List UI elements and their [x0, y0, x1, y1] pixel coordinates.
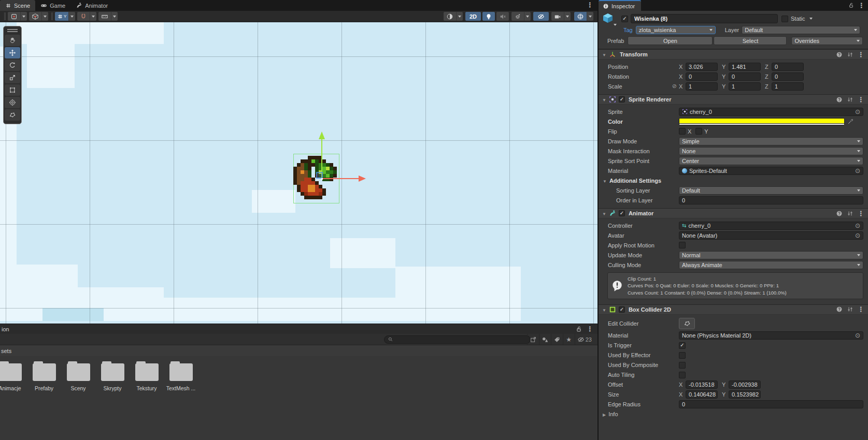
- sprite-sort-point-dropdown[interactable]: Center: [679, 157, 863, 165]
- box-collider-header[interactable]: Box Collider 2D: [599, 304, 868, 315]
- component-enabled-checkbox[interactable]: [619, 96, 625, 102]
- constrain-proportions-icon[interactable]: [672, 83, 679, 90]
- component-enabled-checkbox[interactable]: [619, 306, 625, 313]
- tab-inspector[interactable]: Inspector: [599, 0, 641, 11]
- search-by-type-button[interactable]: [539, 334, 551, 345]
- help-icon[interactable]: [836, 210, 843, 217]
- object-picker-icon[interactable]: [855, 167, 860, 174]
- scene-lighting-toggle[interactable]: [482, 12, 495, 21]
- foldout-icon[interactable]: [602, 210, 606, 216]
- component-menu-icon[interactable]: [858, 51, 864, 58]
- tag-dropdown[interactable]: zlota_wisienka: [636, 26, 716, 34]
- tool-handle-position-dropdown[interactable]: [20, 12, 27, 21]
- static-checkbox[interactable]: [781, 16, 788, 22]
- rect-tool-button[interactable]: [5, 84, 20, 96]
- audio-mute-toggle[interactable]: [496, 12, 509, 21]
- move-gizmo[interactable]: [0, 22, 597, 324]
- controller-object-field[interactable]: ⇆ cherry_0: [679, 222, 863, 230]
- rotate-tool-button[interactable]: [5, 60, 20, 71]
- scene-visibility-toggle[interactable]: [533, 12, 549, 21]
- effects-dropdown[interactable]: [524, 12, 531, 21]
- hand-tool-button[interactable]: [5, 35, 20, 46]
- position-x-input[interactable]: 3.026: [686, 63, 718, 71]
- object-picker-icon[interactable]: [855, 332, 860, 339]
- mask-interaction-dropdown[interactable]: None: [679, 147, 863, 155]
- flip-x-checkbox[interactable]: [679, 128, 686, 135]
- favorites-button[interactable]: [563, 334, 575, 345]
- physics-material-field[interactable]: None (Physics Material 2D): [679, 331, 863, 340]
- gameobject-icon-wrap[interactable]: [602, 12, 617, 25]
- search-by-label-button[interactable]: [551, 334, 563, 345]
- scene-viewport[interactable]: [0, 22, 597, 324]
- scale-tool-button[interactable]: [5, 72, 20, 83]
- culling-mode-dropdown[interactable]: Always Animate: [679, 261, 863, 269]
- shading-mode-dropdown[interactable]: [456, 12, 463, 21]
- size-x-input[interactable]: 0.1406428: [686, 390, 718, 399]
- help-icon[interactable]: [836, 51, 843, 58]
- tab-scene[interactable]: Scene: [0, 0, 35, 11]
- tool-handle-position-button[interactable]: [8, 12, 20, 21]
- folder-item[interactable]: Animacje: [0, 361, 26, 391]
- grid-snap-button[interactable]: [77, 12, 90, 21]
- effects-toggle[interactable]: [511, 12, 524, 21]
- scene-pane-menu-icon[interactable]: [587, 1, 593, 9]
- used-by-composite-checkbox[interactable]: [679, 362, 686, 369]
- lock-open-icon[interactable]: [575, 326, 582, 333]
- presets-icon[interactable]: [847, 306, 853, 313]
- additional-settings-row[interactable]: Additional Settings: [599, 175, 868, 185]
- hidden-count-button[interactable]: 23: [575, 334, 595, 345]
- component-menu-icon[interactable]: [858, 305, 864, 313]
- update-mode-dropdown[interactable]: Normal: [679, 251, 863, 259]
- edit-collider-tool-button[interactable]: [5, 109, 20, 121]
- folder-item[interactable]: Tekstury: [131, 361, 163, 391]
- edit-collider-button[interactable]: [679, 318, 695, 329]
- object-picker-icon[interactable]: [855, 222, 860, 229]
- foldout-icon[interactable]: [603, 178, 607, 184]
- scale-x-input[interactable]: 1: [686, 82, 718, 91]
- help-icon[interactable]: [836, 96, 843, 103]
- eyedropper-button[interactable]: [846, 119, 855, 125]
- folder-item[interactable]: Sceny: [62, 361, 94, 391]
- material-object-field[interactable]: Sprites-Default: [679, 167, 863, 175]
- open-in-new-button[interactable]: [527, 334, 539, 345]
- transform-tool-button[interactable]: [5, 97, 20, 108]
- help-icon[interactable]: [836, 306, 843, 313]
- color-swatch[interactable]: [679, 118, 845, 125]
- prefab-overrides-dropdown[interactable]: Overrides: [791, 37, 863, 45]
- collider-info-row[interactable]: Info: [599, 409, 868, 419]
- 2d-mode-toggle[interactable]: 2D: [465, 12, 481, 21]
- avatar-object-field[interactable]: None (Avatar): [679, 231, 863, 240]
- object-picker-icon[interactable]: [855, 232, 860, 239]
- active-checkbox[interactable]: [621, 16, 628, 22]
- size-y-input[interactable]: 0.1523982: [729, 390, 761, 399]
- folder-item[interactable]: Prefaby: [28, 361, 60, 391]
- foldout-icon[interactable]: [602, 306, 606, 313]
- bottom-window-menu-icon[interactable]: [587, 325, 593, 333]
- presets-icon[interactable]: [847, 210, 853, 217]
- shading-mode-button[interactable]: [444, 12, 456, 21]
- position-z-input[interactable]: 0: [772, 63, 804, 71]
- transform-header[interactable]: Transform: [599, 49, 868, 60]
- camera-settings-button[interactable]: [551, 12, 564, 21]
- sprite-renderer-header[interactable]: Sprite Renderer: [599, 94, 868, 105]
- snap-increment-button[interactable]: [98, 12, 111, 21]
- layer-dropdown[interactable]: Default: [742, 26, 860, 34]
- object-picker-icon[interactable]: [855, 108, 860, 115]
- component-menu-icon[interactable]: [858, 210, 864, 217]
- prefab-open-button[interactable]: Open: [628, 36, 713, 45]
- static-dropdown-icon[interactable]: [809, 18, 813, 20]
- gizmos-button[interactable]: [574, 12, 587, 21]
- tool-handle-rotation-button[interactable]: [29, 12, 41, 21]
- presets-icon[interactable]: [847, 96, 853, 103]
- tab-game[interactable]: Game: [35, 0, 70, 11]
- gameobject-name-input[interactable]: Wisienka (8): [631, 14, 778, 23]
- foldout-icon[interactable]: [602, 96, 606, 102]
- animator-header[interactable]: Animator: [599, 208, 868, 218]
- is-trigger-checkbox[interactable]: [679, 342, 686, 349]
- rotation-x-input[interactable]: 0: [686, 72, 718, 81]
- apply-root-motion-checkbox[interactable]: [679, 242, 686, 248]
- order-in-layer-input[interactable]: 0: [679, 196, 863, 204]
- prefab-select-button[interactable]: Select: [714, 36, 787, 45]
- inspector-menu-icon[interactable]: [858, 2, 865, 9]
- component-enabled-checkbox[interactable]: [619, 210, 625, 216]
